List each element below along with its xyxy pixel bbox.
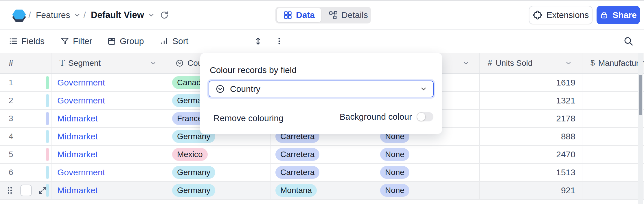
column-header-segment[interactable]: T Segment [51, 53, 167, 73]
record-color-stripe [46, 94, 49, 107]
segment-cell[interactable]: Midmarket [51, 110, 167, 127]
band-cell[interactable]: None [375, 164, 480, 181]
product-cell[interactable]: Carretera [271, 146, 375, 163]
country-pill: Mexico [172, 148, 208, 161]
row-number: 2 [0, 96, 13, 105]
column-header-units-sold[interactable]: # Units Sold [480, 53, 582, 73]
refresh-button[interactable] [160, 1, 169, 30]
row-number-cell[interactable] [0, 182, 51, 199]
country-cell[interactable]: Germany [167, 182, 271, 199]
segment-cell[interactable]: Government [51, 164, 167, 181]
chevron-down-icon[interactable] [565, 60, 572, 67]
segment-cell[interactable]: Midmarket [51, 182, 167, 199]
colour-field-select[interactable]: Country [209, 81, 434, 97]
record-color-stripe [46, 148, 49, 161]
row-number-cell[interactable]: 3 [0, 110, 51, 127]
segment-value: Government [51, 96, 105, 105]
chevron-down-icon [73, 11, 81, 19]
lock-icon [600, 11, 608, 19]
puzzle-icon [533, 10, 542, 20]
fields-list-icon [9, 37, 18, 46]
row-number: 5 [0, 150, 13, 159]
breadcrumb-view[interactable]: Default View [91, 1, 155, 30]
row-number-cell[interactable]: 1 [0, 74, 51, 91]
background-colour-label: Background colour [340, 112, 412, 122]
breadcrumb-table[interactable]: Features [36, 1, 81, 30]
manufacturing-column-label: Manufacturing [598, 59, 644, 68]
fields-button[interactable]: Fields [9, 30, 45, 53]
manufacturing-cell[interactable] [582, 74, 644, 91]
view-mode-toggle: Data Details [275, 7, 371, 23]
manufacturing-cell[interactable] [582, 110, 644, 127]
band-cell[interactable]: None [375, 146, 480, 163]
units-sold-cell[interactable]: 2470 [480, 146, 582, 163]
manufacturing-cell[interactable] [582, 128, 644, 145]
filter-label: Filter [73, 36, 92, 46]
manufacturing-cell[interactable] [582, 146, 644, 163]
row-number: 6 [0, 168, 13, 177]
search-button[interactable] [623, 30, 634, 53]
units-sold-cell[interactable]: 2178 [480, 110, 582, 127]
scrollbar-thumb[interactable] [639, 75, 642, 115]
table-row[interactable]: MidmarketGermanyMontanaNone921 [0, 182, 644, 200]
manufacturing-cell[interactable] [582, 92, 644, 109]
vertical-scrollbar[interactable] [638, 53, 643, 204]
extensions-button[interactable]: Extensions [529, 6, 593, 24]
drag-handle-icon[interactable] [5, 185, 15, 196]
units-sold-value: 1321 [556, 96, 575, 105]
row-number-cell[interactable]: 2 [0, 92, 51, 109]
group-button[interactable]: Group [107, 30, 144, 53]
row-height-button[interactable] [253, 30, 263, 53]
extensions-label: Extensions [547, 10, 589, 20]
group-box-icon [107, 37, 116, 46]
units-sold-cell[interactable]: 921 [480, 182, 582, 199]
row-number-cell[interactable]: 4 [0, 128, 51, 145]
filter-button[interactable]: Filter [60, 30, 92, 53]
chevron-down-icon[interactable] [462, 60, 469, 67]
filter-funnel-icon [60, 37, 69, 46]
background-colour-setting: Background colour [340, 112, 433, 122]
select-field-icon [175, 59, 184, 68]
segment-cell[interactable]: Midmarket [51, 146, 167, 163]
country-cell[interactable]: Germany [167, 164, 271, 181]
column-header-manufacturing[interactable]: $ Manufacturing [582, 53, 644, 73]
sort-button[interactable]: Sort [160, 30, 188, 53]
row-number-cell[interactable]: 6 [0, 164, 51, 181]
share-label: Share [612, 10, 636, 20]
more-options-button[interactable] [275, 30, 284, 53]
share-button[interactable]: Share [597, 6, 640, 24]
row-number: 3 [0, 114, 13, 123]
column-header-row-number[interactable]: # [0, 53, 51, 73]
number-field-icon: # [488, 59, 492, 68]
band-cell[interactable]: None [375, 182, 480, 199]
product-cell[interactable]: Montana [271, 182, 375, 199]
colour-field-select-value: Country [230, 84, 415, 94]
top-bar: / Features / Default View [0, 1, 644, 30]
segment-cell[interactable]: Midmarket [51, 128, 167, 145]
units-sold-cell[interactable]: 1513 [480, 164, 582, 181]
background-colour-toggle[interactable] [417, 112, 433, 121]
segment-cell[interactable]: Government [51, 74, 167, 91]
app-logo[interactable] [12, 1, 26, 30]
product-cell[interactable]: Carretera [271, 164, 375, 181]
units-sold-cell[interactable]: 1321 [480, 92, 582, 109]
units-sold-cell[interactable]: 888 [480, 128, 582, 145]
row-number-cell[interactable]: 5 [0, 146, 51, 163]
tab-data[interactable]: Data [277, 8, 321, 22]
country-pill: Germany [172, 184, 215, 197]
country-cell[interactable]: Mexico [167, 146, 271, 163]
table-row[interactable]: 6GovernmentGermanyCarreteraNone1513 [0, 164, 644, 182]
tab-details[interactable]: Details [322, 8, 374, 22]
manufacturing-cell[interactable] [582, 182, 644, 199]
segment-value: Midmarket [51, 185, 98, 195]
kebab-menu-icon [275, 37, 284, 45]
table-row[interactable]: 5MidmarketMexicoCarreteraNone2470 [0, 146, 644, 164]
remove-colouring-button[interactable]: Remove colouring [214, 113, 284, 123]
units-sold-cell[interactable]: 1619 [480, 74, 582, 91]
row-checkbox[interactable] [20, 185, 32, 196]
row-number: 1 [0, 78, 13, 87]
units-sold-value: 921 [561, 185, 575, 195]
chevron-down-icon[interactable] [150, 60, 157, 67]
segment-cell[interactable]: Government [51, 92, 167, 109]
manufacturing-cell[interactable] [582, 164, 644, 181]
